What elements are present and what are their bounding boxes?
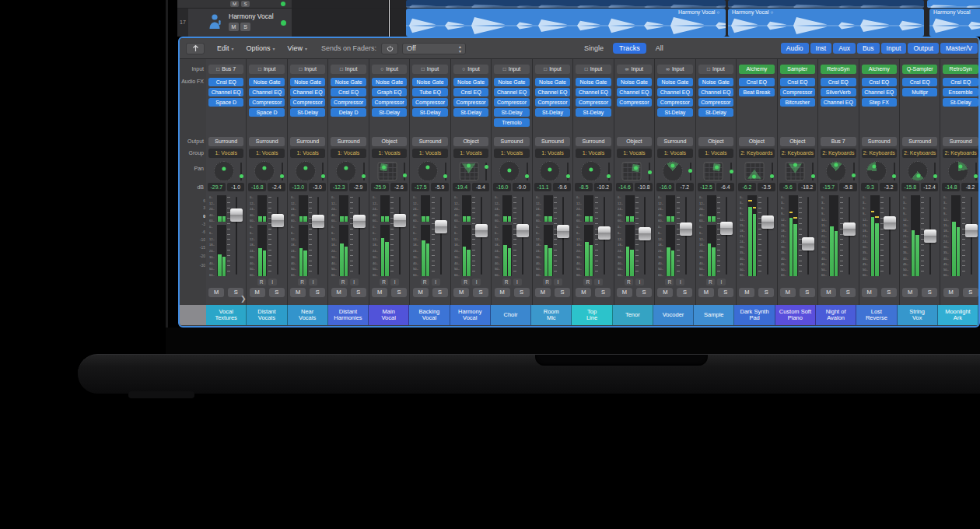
input-monitor-button[interactable]: I [390,279,399,286]
peak-level-display[interactable]: -16.8 [248,183,266,191]
mute-button[interactable]: M [230,1,239,7]
pan-side-slider[interactable] [567,163,569,180]
fx-slot[interactable]: Cnsl EQ [780,78,815,86]
track-header[interactable]: Harmony Vocal M S [188,9,292,37]
volume-fader[interactable] [634,195,651,276]
fx-slot[interactable]: Compressor [617,98,652,107]
solo-button[interactable]: S [432,288,448,297]
volume-fader[interactable] [307,195,324,276]
fx-slot[interactable]: Compressor [412,98,447,107]
fx-slot[interactable]: Channel EQ [494,88,529,96]
mode-all[interactable]: All [649,43,670,54]
output-slot[interactable]: Object [698,137,733,146]
pan-control[interactable] [492,160,531,184]
channel-name[interactable]: Tenor [613,305,653,325]
input-slot[interactable]: □Input [412,65,447,74]
channel-name[interactable]: RoomMic [531,305,572,325]
pan-knob[interactable] [214,161,234,181]
pan-control[interactable] [655,160,695,184]
group-slot[interactable]: 1: Vocals [208,149,243,158]
volume-fader[interactable] [389,195,406,276]
pan-side-slider[interactable] [975,163,977,180]
go-up-button[interactable] [186,43,205,54]
volume-fader[interactable] [226,195,243,276]
fader-cap[interactable] [435,220,447,233]
fx-slot[interactable]: Compressor [372,98,407,107]
input-monitor-button[interactable]: I [432,279,440,286]
volume-display[interactable]: -6.4 [716,183,734,191]
pan-knob[interactable] [663,161,683,181]
fx-slot[interactable]: Channel EQ [862,88,897,96]
fx-slot[interactable]: Compressor [535,98,570,107]
channel-name[interactable]: StringVox [898,305,938,325]
fx-slot[interactable]: Channel EQ [249,88,284,96]
input-monitor-button[interactable]: I [717,279,726,286]
solo-button[interactable]: S [310,288,325,297]
group-slot[interactable]: 2: Keyboards [943,149,978,158]
output-slot[interactable]: Surround [902,137,937,146]
solo-button[interactable]: S [677,288,692,297]
solo-button[interactable]: S [800,288,815,297]
channel-name[interactable]: HarmonyVocal [450,305,491,325]
output-slot[interactable]: Object [453,137,488,146]
volume-display[interactable]: -18.2 [798,183,816,191]
fx-slot[interactable]: Tremolo [494,118,529,127]
output-slot[interactable]: Surround [331,137,366,146]
fx-slot[interactable]: Tube EQ [412,88,447,96]
fx-slot[interactable]: St-Delay [576,108,611,117]
record-enable-button[interactable]: R [257,279,266,286]
channel-name[interactable]: Night ofAvalon [816,305,856,325]
record-enable-button[interactable]: R [502,279,511,286]
peak-level-display[interactable]: -15.7 [820,183,838,191]
fx-slot[interactable]: Noise Gate [290,78,325,86]
output-slot[interactable]: Object [780,137,815,146]
peak-level-display[interactable]: -14.6 [616,183,634,191]
mute-button[interactable]: M [229,23,239,31]
peak-level-display[interactable]: -6.2 [738,183,756,191]
instrument-slot[interactable]: Alchemy [862,65,897,74]
input-monitor-button[interactable]: I [594,279,603,286]
fx-slot[interactable]: St-Delay [535,108,570,117]
filter-bus[interactable]: Bus [857,43,880,54]
record-enable-button[interactable]: R [583,279,592,286]
channel-name[interactable]: Dark SynthPad [734,305,775,325]
pan-control[interactable] [410,160,450,184]
pan-knob[interactable] [908,161,928,181]
fader-cap[interactable] [843,222,856,236]
volume-display[interactable]: -1.0 [227,183,245,191]
group-slot[interactable]: 1: Vocals [698,149,733,158]
fx-slot[interactable]: Compressor [290,98,325,107]
fx-slot[interactable]: Compressor [698,98,733,107]
volume-fader[interactable] [430,195,447,276]
output-slot[interactable]: Surround [535,137,570,146]
input-monitor-button[interactable]: I [513,279,522,286]
pan-control[interactable] [778,160,817,184]
track-row[interactable]: 17 Harmony Vocal M S Harmony Vocal ○Harm… [177,9,980,37]
pan-control[interactable] [573,160,613,184]
fx-slot[interactable]: Cnsl EQ [331,88,366,96]
input-slot[interactable]: ○Input [372,65,407,74]
peak-level-display[interactable]: -29.7 [208,183,226,191]
fader-cap[interactable] [312,215,324,228]
pan-side-slider[interactable] [690,163,691,180]
group-slot[interactable]: 1: Vocals [290,149,325,158]
instrument-slot[interactable]: Alchemy [739,65,774,74]
input-monitor-button[interactable]: I [309,279,317,286]
volume-display[interactable]: -7.2 [676,183,694,191]
fx-slot[interactable]: Noise Gate [617,78,652,86]
pan-control[interactable] [247,160,286,184]
mute-button[interactable]: M [902,288,918,297]
channel-name[interactable]: NearVocals [288,305,328,325]
solo-button[interactable]: S [351,288,366,297]
fx-slot[interactable]: Beat Break [739,88,774,96]
fx-slot[interactable]: Cnsl EQ [862,78,897,86]
pan-control[interactable] [328,160,368,184]
input-monitor-button[interactable]: I [554,279,562,286]
pan-knob[interactable] [826,161,846,181]
fader-cap[interactable] [516,224,529,237]
fx-slot[interactable]: Compressor [576,98,611,107]
input-slot[interactable]: □Input [249,65,284,74]
pan-control[interactable] [696,160,736,184]
output-slot[interactable]: Object [739,137,774,146]
sends-mode-select[interactable]: Off ▲▼ [402,43,466,54]
